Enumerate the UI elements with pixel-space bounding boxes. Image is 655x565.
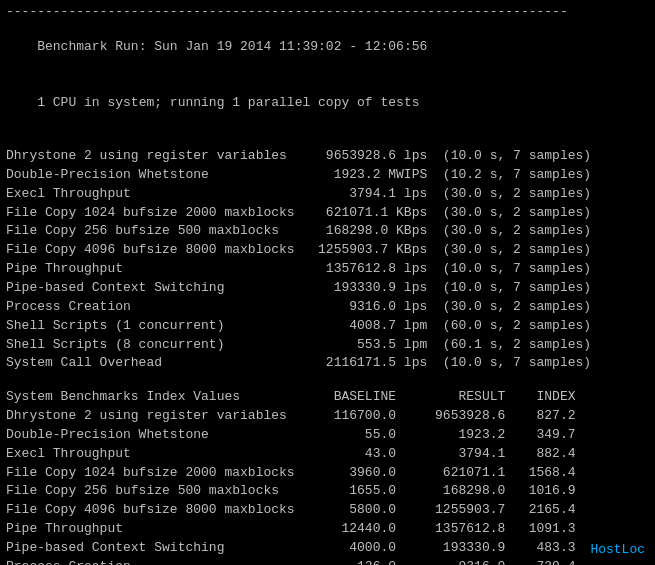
result-row: Process Creation 9316.0 lps (30.0 s, 2 s… xyxy=(6,298,649,317)
result-row: Shell Scripts (1 concurrent) 4008.7 lpm … xyxy=(6,317,649,336)
index-section: System Benchmarks Index Values BASELINE … xyxy=(6,388,649,565)
separator-line: ----------------------------------------… xyxy=(6,4,649,19)
result-row: Double-Precision Whetstone 1923.2 MWIPS … xyxy=(6,166,649,185)
terminal-output: ----------------------------------------… xyxy=(6,4,649,565)
index-row: Pipe-based Context Switching 4000.0 1933… xyxy=(6,539,649,558)
result-row: Pipe Throughput 1357612.8 lps (10.0 s, 7… xyxy=(6,260,649,279)
index-row: Pipe Throughput 12440.0 1357612.8 1091.3 xyxy=(6,520,649,539)
index-row: File Copy 1024 bufsize 2000 maxblocks 39… xyxy=(6,464,649,483)
benchmark-header: Benchmark Run: Sun Jan 19 2014 11:39:02 … xyxy=(6,19,649,132)
result-row: File Copy 256 bufsize 500 maxblocks 1682… xyxy=(6,222,649,241)
header-line2: 1 CPU in system; running 1 parallel copy… xyxy=(37,95,419,110)
header-line1: Benchmark Run: Sun Jan 19 2014 11:39:02 … xyxy=(37,39,427,54)
result-row: Execl Throughput 3794.1 lps (30.0 s, 2 s… xyxy=(6,185,649,204)
result-row: Pipe-based Context Switching 193330.9 lp… xyxy=(6,279,649,298)
index-row: Execl Throughput 43.0 3794.1 882.4 xyxy=(6,445,649,464)
result-row: File Copy 4096 bufsize 8000 maxblocks 12… xyxy=(6,241,649,260)
index-row: Dhrystone 2 using register variables 116… xyxy=(6,407,649,426)
results-section1: Dhrystone 2 using register variables 965… xyxy=(6,147,649,373)
result-row: File Copy 1024 bufsize 2000 maxblocks 62… xyxy=(6,204,649,223)
index-row: File Copy 256 bufsize 500 maxblocks 1655… xyxy=(6,482,649,501)
index-header-row: System Benchmarks Index Values BASELINE … xyxy=(6,388,649,407)
hostloc-label: HostLoc xyxy=(590,542,645,557)
index-row: File Copy 4096 bufsize 8000 maxblocks 58… xyxy=(6,501,649,520)
result-row: Shell Scripts (8 concurrent) 553.5 lpm (… xyxy=(6,336,649,355)
result-row: Dhrystone 2 using register variables 965… xyxy=(6,147,649,166)
result-row: System Call Overhead 2116171.5 lps (10.0… xyxy=(6,354,649,373)
index-row: Process Creation 126.0 9316.0 739.4 xyxy=(6,558,649,565)
index-row: Double-Precision Whetstone 55.0 1923.2 3… xyxy=(6,426,649,445)
